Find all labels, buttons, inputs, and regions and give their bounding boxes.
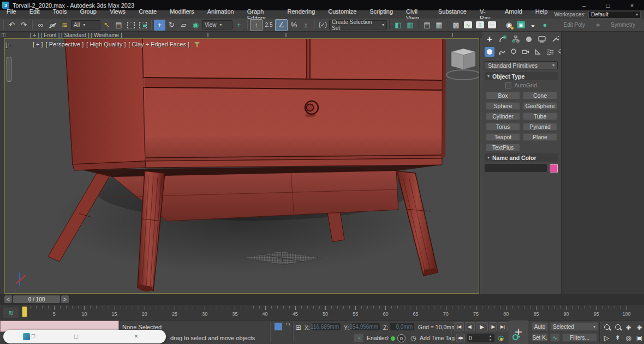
object-type-rollout[interactable]: ▾ Object Type bbox=[485, 72, 558, 80]
previous-key-icon[interactable]: ◀| bbox=[465, 322, 475, 331]
category-space-warps[interactable] bbox=[545, 47, 554, 57]
align-icon[interactable]: ▥ bbox=[404, 20, 416, 31]
tab-motion[interactable] bbox=[524, 34, 534, 44]
schematic-view-icon[interactable]: ∷ bbox=[486, 20, 498, 31]
undo-icon[interactable]: ↶ bbox=[6, 20, 17, 31]
play-animation-icon[interactable]: ▶ bbox=[476, 322, 488, 331]
toggle-scene-explorer-icon[interactable]: ▤ bbox=[421, 20, 433, 31]
viewport-shading-label[interactable]: [ Clay + Edged Faces ] bbox=[129, 41, 190, 48]
rectangular-selection-region-icon[interactable] bbox=[125, 20, 136, 31]
toggle-ribbon-icon[interactable]: ▩ bbox=[450, 20, 462, 31]
next-key-icon[interactable]: |▶ bbox=[489, 322, 497, 331]
transform-type-in-icon[interactable]: ⊞ bbox=[295, 323, 301, 331]
orbit-icon[interactable]: ◎ bbox=[623, 333, 634, 343]
use-pivot-point-center-icon[interactable]: + bbox=[233, 20, 245, 31]
key-filters-button[interactable]: Filters... bbox=[562, 333, 597, 342]
object-type-cylinder[interactable]: Cylinder bbox=[486, 112, 520, 120]
select-and-move-icon[interactable]: + bbox=[154, 20, 165, 31]
key-filters-icon[interactable]: ∿ bbox=[550, 333, 560, 342]
curve-editor-icon[interactable]: ∿ bbox=[462, 20, 474, 31]
auto-key-button[interactable]: Auto bbox=[532, 322, 548, 331]
z-coordinate-field[interactable]: 0,0mm bbox=[390, 323, 414, 330]
isolate-selection-icon[interactable] bbox=[274, 322, 283, 331]
tab-modify[interactable] bbox=[498, 34, 508, 44]
edit-poly-toolbar-button[interactable]: Edit Poly bbox=[560, 22, 588, 28]
tab-create[interactable]: + bbox=[485, 34, 494, 44]
enabled-count-badge[interactable]: 0 bbox=[397, 334, 406, 342]
set-key-button[interactable]: Set K. bbox=[532, 333, 548, 342]
object-type-cone[interactable]: Cone bbox=[523, 92, 557, 99]
redo-icon[interactable]: ↷ bbox=[18, 20, 29, 31]
maximize-viewport-toggle-icon[interactable]: ▣ bbox=[634, 333, 644, 343]
zoom-extents-icon[interactable]: ◈ bbox=[623, 322, 634, 332]
object-type-tube[interactable]: Tube bbox=[523, 112, 557, 120]
keyboard-shortcut-override-icon[interactable]: ↑ bbox=[250, 19, 263, 31]
object-type-plane[interactable]: Plane bbox=[523, 133, 557, 141]
object-type-teapot[interactable]: Teapot bbox=[486, 133, 520, 141]
zoom-extents-all-icon[interactable]: ◈ bbox=[634, 322, 644, 332]
render-setup-icon[interactable]: ▣ bbox=[515, 20, 527, 31]
previous-frame-button[interactable]: < bbox=[4, 295, 12, 303]
toolbar-handle[interactable] bbox=[3, 20, 4, 29]
viewport-quality-label[interactable]: [ High Quality ] bbox=[86, 41, 126, 48]
select-and-place-icon[interactable]: ◉ bbox=[190, 20, 201, 31]
frame-counter[interactable]: 0 / 100 bbox=[13, 295, 60, 303]
viewport-layout-tab[interactable] bbox=[7, 57, 11, 82]
name-and-color-rollout[interactable]: ▾ Name and Color bbox=[485, 153, 558, 162]
viewport-canvas[interactable] bbox=[5, 39, 479, 293]
zoom-icon[interactable] bbox=[601, 322, 612, 332]
object-color-swatch[interactable] bbox=[549, 164, 558, 173]
go-to-end-icon[interactable]: ▶| bbox=[498, 322, 508, 331]
category-cameras[interactable] bbox=[521, 47, 530, 57]
time-configuration-icon[interactable]: ◷ bbox=[498, 334, 504, 342]
angle-snap-toggle-icon[interactable]: ∠ bbox=[275, 19, 288, 31]
key-set-dropdown[interactable]: Selected▾ bbox=[550, 322, 598, 331]
object-type-textplus[interactable]: TextPlus bbox=[486, 144, 520, 151]
add-time-tag[interactable]: Add Time Tag bbox=[420, 335, 455, 341]
mini-curve-editor-icon[interactable]: ≋ bbox=[3, 307, 19, 318]
autogrid-checkbox[interactable] bbox=[505, 82, 511, 88]
x-coordinate-field[interactable]: 116,689mm bbox=[312, 323, 341, 330]
tab-hierarchy[interactable] bbox=[511, 34, 521, 44]
unlink-selection-icon[interactable]: ∞ bbox=[47, 20, 58, 31]
tab-utilities[interactable] bbox=[550, 34, 560, 44]
category-shapes[interactable] bbox=[497, 47, 506, 57]
object-type-pyramid[interactable]: Pyramid bbox=[523, 123, 557, 131]
object-type-geosphere[interactable]: GeoSphere bbox=[523, 102, 557, 110]
category-geometry[interactable] bbox=[485, 47, 494, 57]
close-button[interactable]: × bbox=[620, 0, 644, 10]
overlay-pin-icon[interactable]: □ bbox=[32, 333, 35, 339]
object-name-field[interactable] bbox=[485, 164, 547, 172]
time-slider[interactable] bbox=[22, 306, 27, 317]
key-mode-toggle-icon[interactable]: ◀▶ bbox=[456, 334, 465, 342]
snaps-toggle-icon[interactable]: 2.5 bbox=[263, 20, 275, 31]
render-production-icon[interactable]: ● bbox=[539, 20, 551, 31]
toggle-layer-explorer-icon[interactable]: ▦ bbox=[433, 20, 445, 31]
minimize-button[interactable]: – bbox=[572, 0, 596, 10]
select-and-link-icon[interactable]: ∞ bbox=[35, 20, 46, 31]
workspaces-dropdown[interactable]: Default▾ bbox=[588, 11, 641, 19]
rendered-frame-window-icon[interactable]: ◒ bbox=[527, 20, 539, 31]
material-editor-icon[interactable]: ◉ bbox=[503, 20, 515, 31]
pan-view-icon[interactable]: ↟ bbox=[612, 333, 623, 343]
edit-named-selection-sets-icon[interactable]: {✓} bbox=[317, 20, 329, 31]
maximize-button[interactable]: □ bbox=[596, 0, 620, 10]
perspective-viewport[interactable] bbox=[4, 38, 479, 294]
go-to-start-icon[interactable]: |◀ bbox=[454, 322, 464, 331]
zoom-all-icon[interactable] bbox=[612, 322, 623, 332]
object-type-sphere[interactable]: Sphere bbox=[486, 102, 520, 110]
select-and-scale-icon[interactable]: ▱ bbox=[178, 20, 189, 31]
overlay-maximize-icon[interactable]: □ bbox=[74, 333, 78, 340]
frame-spinner[interactable]: ▲▼ bbox=[489, 334, 492, 342]
object-type-torus[interactable]: Torus bbox=[486, 123, 520, 131]
viewport-menu-plus[interactable]: [ + ] bbox=[33, 41, 43, 48]
field-of-view-icon[interactable]: ▷ bbox=[601, 333, 612, 343]
create-selection-set-dropdown[interactable]: Create Selection Set▾ bbox=[329, 20, 387, 29]
object-type-box[interactable]: Box bbox=[486, 92, 520, 99]
primitive-category-dropdown[interactable]: Standard Primitives▾ bbox=[485, 61, 558, 69]
dope-sheet-icon[interactable]: ↧ bbox=[474, 20, 486, 31]
percent-snap-toggle-icon[interactable]: % bbox=[288, 20, 300, 31]
select-object-icon[interactable]: ↖ bbox=[101, 20, 112, 31]
reference-coordinate-dropdown[interactable]: View▾ bbox=[202, 20, 232, 29]
symmetry-toolbar-button[interactable]: Symmetry bbox=[607, 22, 639, 28]
